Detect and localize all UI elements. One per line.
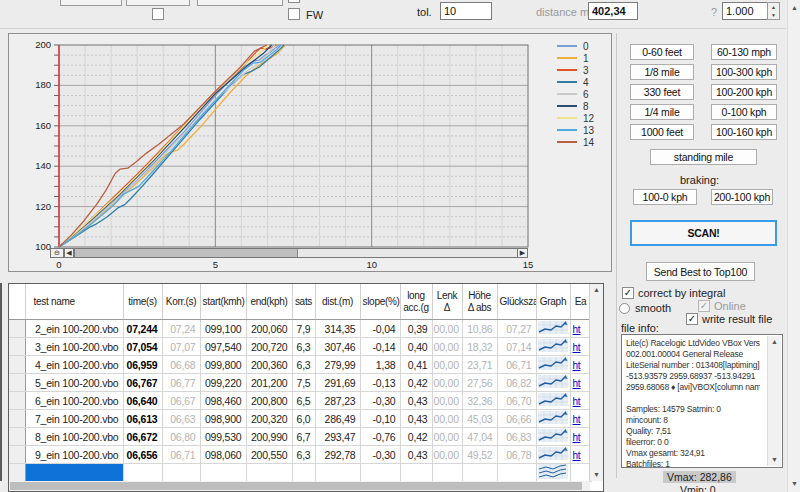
chart-zoom-out-icon[interactable]: ⊖: [50, 248, 64, 258]
scroll-up-icon[interactable]: ▲: [768, 336, 781, 348]
cell-hoehe[interactable]: 45,03: [462, 410, 497, 428]
cell-start[interactable]: 098,060: [200, 446, 246, 464]
cell-graph[interactable]: [536, 392, 570, 410]
cell-glueck[interactable]: 07,14: [497, 338, 536, 356]
result-link[interactable]: ht: [573, 360, 581, 371]
cell-dist[interactable]: 287,23: [315, 392, 360, 410]
cell-hoehe[interactable]: 49,52: [462, 446, 497, 464]
cell-link[interactable]: ht: [570, 356, 591, 374]
braking-button-200-100-kph[interactable]: 200-100 kph: [711, 189, 773, 205]
column-header-dist-m-[interactable]: dist.(m): [315, 284, 360, 320]
cell-lenk[interactable]: 00,00: [432, 428, 462, 446]
factor-input[interactable]: [722, 2, 768, 20]
cell-graph[interactable]: [536, 428, 570, 446]
cell-hoehe[interactable]: 32,36: [462, 392, 497, 410]
cell-glueck[interactable]: 06,66: [497, 410, 536, 428]
cell-glueck[interactable]: 06,82: [497, 374, 536, 392]
cell-sats[interactable]: 6,3: [292, 446, 315, 464]
cell-empty[interactable]: [246, 464, 292, 482]
cell-end[interactable]: 200,550: [246, 446, 292, 464]
column-header-slope-[interactable]: slope(%): [360, 284, 400, 320]
perf-button-1000-feet[interactable]: 1000 feet: [630, 124, 694, 140]
cell-name[interactable]: 7_ein 100-200.vbo: [25, 410, 123, 428]
column-header-sats[interactable]: sats: [292, 284, 315, 320]
scan-button[interactable]: SCAN!: [630, 220, 777, 246]
graph-spark-icon[interactable]: [538, 429, 568, 442]
cell-empty[interactable]: [400, 464, 432, 482]
result-link[interactable]: ht: [573, 342, 581, 353]
cell-name[interactable]: 4_ein 100-200.vbo: [25, 356, 123, 374]
column-header-rowhdr[interactable]: [9, 284, 25, 320]
cell-name[interactable]: 5_ein 100-200.vbo: [25, 374, 123, 392]
graph-spark-icon[interactable]: [538, 357, 568, 370]
cell-start[interactable]: 099,530: [200, 428, 246, 446]
column-header-test-name[interactable]: test name: [25, 284, 123, 320]
file-info-scrollbar[interactable]: ▲ ▼: [767, 336, 781, 466]
cell-time[interactable]: 06,959: [123, 356, 162, 374]
result-link[interactable]: ht: [573, 378, 581, 389]
cell-slope[interactable]: -0,13: [360, 374, 400, 392]
perf-button-100-160-kph[interactable]: 100-160 kph: [711, 124, 777, 140]
cell-link[interactable]: ht: [570, 410, 591, 428]
column-header-korr-s-[interactable]: Korr.(s): [162, 284, 200, 320]
factor-spinner[interactable]: ▲▼: [767, 2, 780, 20]
cell-time[interactable]: 06,767: [123, 374, 162, 392]
cell-dist[interactable]: 286,49: [315, 410, 360, 428]
cell-sats[interactable]: 7,5: [292, 374, 315, 392]
cell-time[interactable]: 06,656: [123, 446, 162, 464]
table-scroll-up-icon[interactable]: ▲: [590, 284, 603, 296]
result-link[interactable]: ht: [573, 324, 581, 335]
cell-name[interactable]: 8_ein 100-200.vbo: [25, 428, 123, 446]
row-header-cell[interactable]: [9, 464, 25, 482]
cell-slope[interactable]: 1,38: [360, 356, 400, 374]
cell-empty[interactable]: [162, 464, 200, 482]
column-header-time-s-[interactable]: time(s): [123, 284, 162, 320]
cell-hoehe[interactable]: 18,32: [462, 338, 497, 356]
window-scrollbar[interactable]: ▲ ▼: [787, 0, 800, 492]
cell-graph[interactable]: [536, 374, 570, 392]
graph-spark-icon[interactable]: [538, 321, 568, 334]
cell-korr[interactable]: 06,68: [162, 356, 200, 374]
cell-dist[interactable]: 292,78: [315, 446, 360, 464]
column-header-end-kph-[interactable]: end(kph): [246, 284, 292, 320]
column-header-höhe-δ-abs[interactable]: Höhe Δ abs: [462, 284, 497, 320]
cell-sats[interactable]: 7,9: [292, 320, 315, 338]
cell-empty[interactable]: [432, 464, 462, 482]
cell-sats[interactable]: 6,7: [292, 428, 315, 446]
cell-acc[interactable]: 0,43: [400, 446, 432, 464]
cell-korr[interactable]: 06,80: [162, 428, 200, 446]
speed-vs-time-chart[interactable]: 100120140160180200051015: [9, 34, 611, 271]
toolbar-button-partial-3[interactable]: [197, 0, 283, 6]
cell-link[interactable]: ht: [570, 428, 591, 446]
cell-acc[interactable]: 0,41: [400, 356, 432, 374]
cell-empty[interactable]: [292, 464, 315, 482]
cell-acc[interactable]: 0,40: [400, 338, 432, 356]
tol-input[interactable]: [440, 2, 492, 20]
cell-glueck[interactable]: 07,27: [497, 320, 536, 338]
cell-graph[interactable]: [536, 356, 570, 374]
correct-by-integral-checkbox[interactable]: [622, 287, 634, 299]
smooth-radio[interactable]: [619, 303, 630, 314]
toolbar-button-partial-1[interactable]: [60, 0, 122, 6]
column-header-graph[interactable]: Graph: [536, 284, 570, 320]
cell-end[interactable]: 201,200: [246, 374, 292, 392]
column-header-glücksza[interactable]: Glücksza: [497, 284, 536, 320]
cell-empty[interactable]: [315, 464, 360, 482]
cell-slope[interactable]: -0,10: [360, 410, 400, 428]
cell-empty[interactable]: [200, 464, 246, 482]
cell-glueck[interactable]: 06,71: [497, 356, 536, 374]
cell-korr[interactable]: 07,07: [162, 338, 200, 356]
perf-button-100-200-kph[interactable]: 100-200 kph: [711, 84, 777, 100]
row-header-cell[interactable]: [9, 356, 25, 374]
cell-sats[interactable]: 6,3: [292, 356, 315, 374]
column-header-lenk-δ[interactable]: Lenk Δ: [432, 284, 462, 320]
distance-input[interactable]: [588, 2, 638, 20]
cell-graph[interactable]: [536, 464, 570, 482]
chart-scroll-right-icon[interactable]: ▶: [517, 248, 528, 258]
cell-name[interactable]: 9_ein 100-200.vbo: [25, 446, 123, 464]
cell-empty[interactable]: [123, 464, 162, 482]
result-link[interactable]: ht: [573, 396, 581, 407]
cell-start[interactable]: 098,900: [200, 410, 246, 428]
cell-time[interactable]: 06,613: [123, 410, 162, 428]
graph-spark-stack-icon[interactable]: [538, 464, 568, 479]
